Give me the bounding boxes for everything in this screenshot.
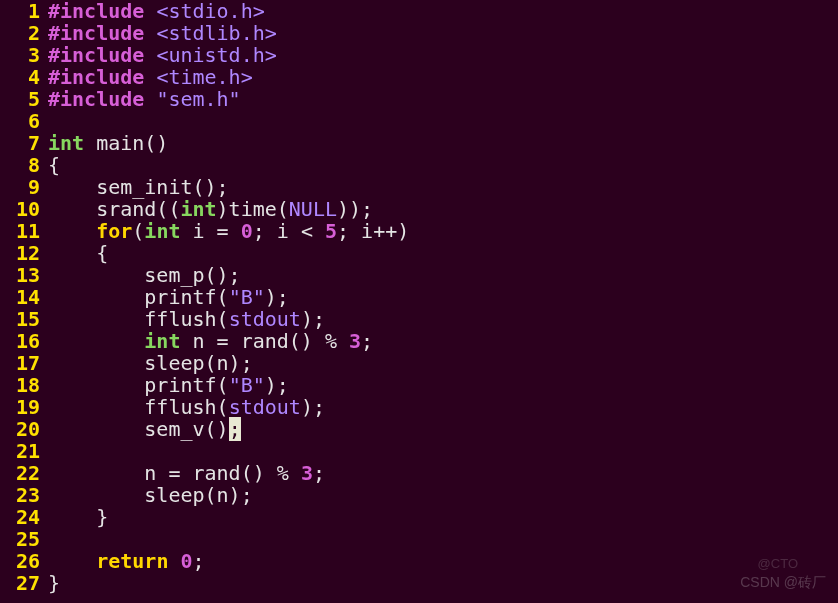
code-content[interactable]: for(int i = 0; i < 5; i++) — [48, 220, 838, 242]
code-line[interactable]: 24 } — [0, 506, 838, 528]
code-content[interactable]: sleep(n); — [48, 484, 838, 506]
code-line[interactable]: 9 sem_init(); — [0, 176, 838, 198]
token: ( — [132, 219, 144, 243]
line-number: 12 — [0, 242, 48, 264]
code-content[interactable]: fflush(stdout); — [48, 396, 838, 418]
token: sleep(n); — [48, 483, 253, 507]
code-line[interactable]: 25 — [0, 528, 838, 550]
token: sem_init(); — [48, 175, 229, 199]
token: #include — [48, 0, 156, 23]
code-line[interactable]: 5#include "sem.h" — [0, 88, 838, 110]
code-line[interactable]: 26 return 0; — [0, 550, 838, 572]
line-number: 6 — [0, 110, 48, 132]
code-content[interactable]: fflush(stdout); — [48, 308, 838, 330]
code-line[interactable]: 22 n = rand() % 3; — [0, 462, 838, 484]
code-content[interactable]: { — [48, 154, 838, 176]
line-number: 7 — [0, 132, 48, 154]
token: #include — [48, 21, 156, 45]
token: sem_v() — [48, 417, 229, 441]
code-line[interactable]: 17 sleep(n); — [0, 352, 838, 374]
code-line[interactable]: 20 sem_v(); — [0, 418, 838, 440]
code-line[interactable]: 4#include <time.h> — [0, 66, 838, 88]
code-line[interactable]: 3#include <unistd.h> — [0, 44, 838, 66]
cursor: ; — [229, 417, 241, 441]
code-content[interactable]: #include <stdlib.h> — [48, 22, 838, 44]
token: NULL — [289, 197, 337, 221]
token: printf( — [48, 285, 229, 309]
code-content[interactable]: int n = rand() % 3; — [48, 330, 838, 352]
code-line[interactable]: 23 sleep(n); — [0, 484, 838, 506]
code-content[interactable]: #include <time.h> — [48, 66, 838, 88]
line-number: 22 — [0, 462, 48, 484]
code-content[interactable]: { — [48, 242, 838, 264]
code-content[interactable] — [48, 528, 838, 550]
code-line[interactable]: 1#include <stdio.h> — [0, 0, 838, 22]
token: 0 — [180, 549, 192, 573]
code-editor[interactable]: 1#include <stdio.h>2#include <stdlib.h>3… — [0, 0, 838, 594]
token: fflush( — [48, 395, 229, 419]
token: "B" — [229, 285, 265, 309]
token: int — [48, 131, 84, 155]
code-content[interactable] — [48, 110, 838, 132]
line-number: 27 — [0, 572, 48, 594]
line-number: 2 — [0, 22, 48, 44]
code-line[interactable]: 7int main() — [0, 132, 838, 154]
code-content[interactable]: } — [48, 572, 838, 594]
token: sleep(n); — [48, 351, 253, 375]
code-content[interactable]: } — [48, 506, 838, 528]
line-number: 17 — [0, 352, 48, 374]
code-content[interactable]: srand((int)time(NULL)); — [48, 198, 838, 220]
code-line[interactable]: 11 for(int i = 0; i < 5; i++) — [0, 220, 838, 242]
token: #include — [48, 43, 156, 67]
line-number: 26 — [0, 550, 48, 572]
code-line[interactable]: 19 fflush(stdout); — [0, 396, 838, 418]
code-content[interactable]: #include "sem.h" — [48, 88, 838, 110]
code-content[interactable]: sleep(n); — [48, 352, 838, 374]
code-content[interactable] — [48, 440, 838, 462]
code-line[interactable]: 2#include <stdlib.h> — [0, 22, 838, 44]
token: n = rand() % — [48, 461, 301, 485]
watermark-lower: CSDN @砖厂 — [740, 571, 826, 593]
code-line[interactable]: 12 { — [0, 242, 838, 264]
token: 0 — [241, 219, 253, 243]
token: 3 — [349, 329, 361, 353]
code-line[interactable]: 18 printf("B"); — [0, 374, 838, 396]
line-number: 20 — [0, 418, 48, 440]
code-content[interactable]: sem_p(); — [48, 264, 838, 286]
token: <unistd.h> — [156, 43, 276, 67]
token: #include — [48, 65, 156, 89]
code-line[interactable]: 27} — [0, 572, 838, 594]
token: srand(( — [48, 197, 180, 221]
code-content[interactable]: printf("B"); — [48, 286, 838, 308]
token: i = — [180, 219, 240, 243]
line-number: 4 — [0, 66, 48, 88]
token: ; i++) — [337, 219, 409, 243]
line-number: 11 — [0, 220, 48, 242]
code-content[interactable]: sem_v(); — [48, 418, 838, 440]
token: )); — [337, 197, 373, 221]
code-content[interactable]: sem_init(); — [48, 176, 838, 198]
code-content[interactable]: int main() — [48, 132, 838, 154]
token: } — [48, 571, 60, 595]
token: )time( — [217, 197, 289, 221]
token: return — [96, 549, 168, 573]
line-number: 8 — [0, 154, 48, 176]
code-content[interactable]: n = rand() % 3; — [48, 462, 838, 484]
line-number: 19 — [0, 396, 48, 418]
code-line[interactable]: 21 — [0, 440, 838, 462]
code-content[interactable]: #include <stdio.h> — [48, 0, 838, 22]
code-line[interactable]: 10 srand((int)time(NULL)); — [0, 198, 838, 220]
token: { — [48, 153, 60, 177]
code-line[interactable]: 15 fflush(stdout); — [0, 308, 838, 330]
code-line[interactable]: 8{ — [0, 154, 838, 176]
code-line[interactable]: 16 int n = rand() % 3; — [0, 330, 838, 352]
code-line[interactable]: 14 printf("B"); — [0, 286, 838, 308]
code-line[interactable]: 6 — [0, 110, 838, 132]
line-number: 14 — [0, 286, 48, 308]
code-content[interactable]: return 0; — [48, 550, 838, 572]
token: "B" — [229, 373, 265, 397]
line-number: 9 — [0, 176, 48, 198]
code-content[interactable]: #include <unistd.h> — [48, 44, 838, 66]
code-content[interactable]: printf("B"); — [48, 374, 838, 396]
code-line[interactable]: 13 sem_p(); — [0, 264, 838, 286]
